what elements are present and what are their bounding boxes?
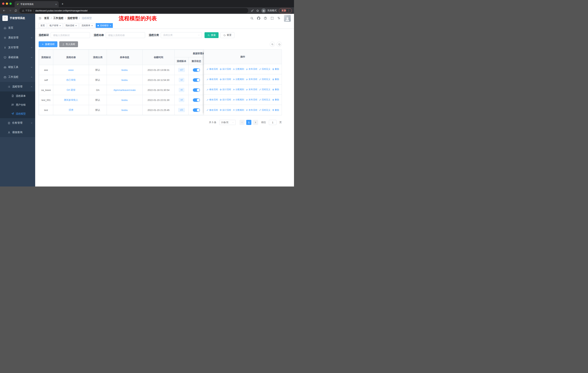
assign-action-link[interactable]: 分配规则: [233, 98, 244, 101]
import-process-button[interactable]: 导入流程: [59, 41, 78, 47]
password-key-icon[interactable]: [251, 9, 254, 12]
close-tab-icon[interactable]: ×: [110, 24, 111, 27]
process-name-link[interactable]: 自己审批: [66, 79, 76, 81]
create-process-button[interactable]: 新建流程: [39, 41, 57, 47]
reset-button[interactable]: 重置: [220, 32, 234, 38]
next-page-button[interactable]: [253, 120, 258, 125]
close-window-button[interactable]: [2, 2, 4, 5]
category-select[interactable]: 流程分类: [161, 32, 202, 38]
browser-tab[interactable]: 芋道管理系统 ×: [15, 1, 59, 7]
publish-action-link[interactable]: 发布流程: [246, 68, 257, 71]
browser-update-menu-button[interactable]: 更新: [279, 8, 292, 13]
process-name-input[interactable]: [106, 32, 145, 38]
forward-button[interactable]: [8, 8, 12, 13]
design-action-link[interactable]: 设计流程: [220, 68, 231, 71]
active-toggle[interactable]: [193, 78, 200, 82]
sidebar-item-system[interactable]: 系统管理: [0, 33, 35, 43]
assign-action-link[interactable]: 分配规则: [233, 109, 244, 112]
modify-action-link[interactable]: 修改流程: [207, 98, 218, 101]
publish-action-link[interactable]: 发布流程: [246, 78, 257, 81]
github-icon[interactable]: [257, 17, 260, 20]
breadcrumb-item[interactable]: 工作流程: [53, 17, 63, 20]
sidebar-item-dev-tools[interactable]: 研发工具: [0, 62, 35, 72]
zoom-window-button[interactable]: [10, 2, 12, 5]
form-info-link[interactable]: biubiu: [121, 109, 128, 111]
sidebar-item-process-form[interactable]: 流程表单: [0, 91, 35, 100]
minimize-window-button[interactable]: [6, 2, 8, 5]
delete-action-link[interactable]: 删除: [272, 78, 279, 81]
close-tab-icon[interactable]: ×: [75, 24, 77, 27]
modify-action-link[interactable]: 修改流程: [207, 78, 218, 81]
process-name-link[interactable]: eeee: [68, 69, 74, 71]
bookmark-star-icon[interactable]: [256, 9, 259, 12]
close-tab-icon[interactable]: ×: [55, 3, 57, 6]
close-tab-icon[interactable]: ×: [59, 24, 61, 27]
form-info-link[interactable]: /bpm/oa/leave/create: [114, 89, 136, 91]
close-tab-icon[interactable]: ×: [91, 24, 93, 27]
delete-action-link[interactable]: 删除: [272, 98, 279, 101]
page-number-1[interactable]: 1: [246, 120, 251, 125]
definition-action-link[interactable]: 流程定义: [259, 78, 271, 81]
form-info-link[interactable]: biubiu: [121, 99, 128, 101]
modify-action-link[interactable]: 修改流程: [207, 109, 218, 112]
active-toggle[interactable]: [193, 68, 200, 72]
tab-item[interactable]: 我的流程×: [64, 23, 79, 28]
definition-action-link[interactable]: 流程定义: [259, 68, 271, 71]
help-icon[interactable]: [264, 17, 267, 20]
reload-button[interactable]: [13, 8, 18, 13]
publish-action-link[interactable]: 发布流程: [246, 88, 257, 91]
modify-action-link[interactable]: 修改流程: [207, 88, 218, 91]
sidebar-item-process-manage[interactable]: 流程管理: [0, 82, 35, 91]
active-toggle[interactable]: [193, 98, 200, 102]
definition-action-link[interactable]: 流程定义: [259, 88, 271, 91]
security-indicator[interactable]: 不安全: [22, 9, 32, 12]
sidebar-fold-icon[interactable]: [38, 17, 41, 20]
new-tab-button[interactable]: +: [60, 1, 65, 7]
design-action-link[interactable]: 设计流程: [220, 98, 231, 101]
tab-item[interactable]: 流程表单×: [80, 23, 94, 28]
delete-action-link[interactable]: 删除: [272, 109, 279, 112]
assign-action-link[interactable]: 分配规则: [233, 68, 244, 71]
sidebar-item-user-group[interactable]: 用户分组: [0, 100, 35, 109]
definition-action-link[interactable]: 流程定义: [259, 98, 271, 101]
sidebar-item-workflow[interactable]: 工作流程: [0, 72, 35, 82]
assign-action-link[interactable]: 分配规则: [233, 88, 244, 91]
delete-action-link[interactable]: 删除: [272, 88, 279, 91]
process-name-link[interactable]: 滔博: [69, 109, 74, 111]
sidebar-item-infrastructure[interactable]: 基础设施: [0, 52, 35, 62]
search-button[interactable]: 搜索: [205, 32, 219, 38]
assign-action-link[interactable]: 分配规则: [233, 78, 244, 81]
page-size-select[interactable]: 10条/页: [219, 120, 236, 125]
search-icon[interactable]: [250, 17, 253, 20]
fullscreen-icon[interactable]: [271, 17, 274, 20]
modify-action-link[interactable]: 修改流程: [207, 68, 218, 71]
avatar[interactable]: [284, 15, 291, 22]
address-bar[interactable]: 不安全 dashboard.yudao.iocoder.cn/bpm/manag…: [19, 8, 248, 13]
process-name-link[interactable]: 测试多审批人: [64, 99, 78, 101]
sidebar-item-home[interactable]: 首页: [0, 23, 35, 33]
definition-action-link[interactable]: 流程定义: [259, 109, 271, 112]
form-info-link[interactable]: biubiu: [121, 79, 128, 81]
breadcrumb-item[interactable]: 流程管理: [67, 17, 78, 20]
design-action-link[interactable]: 设计流程: [220, 88, 231, 91]
breadcrumb-item[interactable]: 首页: [44, 17, 49, 20]
font-size-icon[interactable]: [277, 17, 281, 20]
refresh-table-button[interactable]: [277, 42, 282, 47]
tab-item[interactable]: 流程模型×: [96, 23, 113, 28]
design-action-link[interactable]: 设计流程: [220, 78, 231, 81]
sidebar-item-task-manage[interactable]: 任务管理: [0, 118, 35, 128]
process-name-link[interactable]: OA 请假: [67, 89, 75, 91]
sidebar-item-leave-query[interactable]: 请假查询: [0, 128, 35, 137]
tab-item[interactable]: 租户管理×: [48, 23, 63, 28]
sidebar-item-payment[interactable]: 支付管理: [0, 43, 35, 52]
design-action-link[interactable]: 设计流程: [220, 109, 231, 112]
active-toggle[interactable]: [193, 108, 200, 112]
back-button[interactable]: [2, 8, 7, 13]
publish-action-link[interactable]: 发布流程: [246, 109, 257, 112]
prev-page-button[interactable]: [240, 120, 245, 125]
publish-action-link[interactable]: 发布流程: [246, 98, 257, 101]
tab-item[interactable]: 首页: [39, 23, 47, 28]
goto-page-input[interactable]: [269, 120, 276, 125]
active-toggle[interactable]: [193, 88, 200, 92]
toggle-search-button[interactable]: [270, 42, 275, 47]
